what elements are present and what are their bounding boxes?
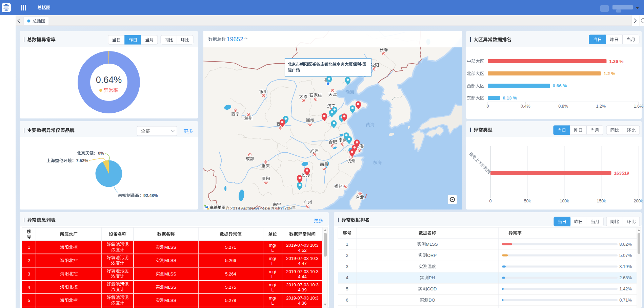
svg-text:mg/: mg/ [269, 282, 276, 287]
svg-text:4:44: 4:44 [298, 274, 306, 279]
svg-text:5.278: 5.278 [225, 298, 236, 303]
svg-text:1.2 %: 1.2 % [604, 71, 616, 76]
svg-text:3: 3 [28, 271, 30, 277]
svg-text:0: 0 [487, 104, 489, 109]
svg-text:2019-07-03 10:3: 2019-07-03 10:3 [286, 269, 318, 274]
svg-text:5: 5 [346, 286, 348, 291]
svg-text:2019-07-03 10:3: 2019-07-03 10:3 [286, 295, 318, 301]
svg-text:mg/: mg/ [269, 295, 276, 301]
svg-text:5.275: 5.275 [225, 285, 236, 290]
svg-text:2019-07-03 10:3: 2019-07-03 10:3 [286, 243, 318, 248]
svg-text:1: 1 [28, 245, 30, 250]
svg-text:MLSS: MLSS [164, 258, 177, 263]
svg-text:5.266: 5.266 [225, 258, 236, 263]
svg-text:0%: 0% [98, 151, 104, 156]
svg-text:PH: PH [429, 275, 435, 280]
svg-text:150k: 150k [597, 199, 606, 203]
svg-text:0.64%: 0.64% [96, 75, 122, 85]
svg-text:163519: 163519 [614, 171, 629, 176]
svg-text:4:39: 4:39 [298, 287, 306, 292]
svg-text:50k: 50k [524, 199, 531, 203]
svg-text:4:36: 4:36 [298, 301, 306, 306]
svg-text:5.264: 5.264 [225, 271, 236, 277]
svg-text:MLSS: MLSS [164, 271, 177, 277]
svg-text:8.62%: 8.62% [619, 242, 632, 247]
svg-text:100k: 100k [560, 199, 569, 203]
svg-text:mg/: mg/ [269, 243, 276, 248]
svg-text:4: 4 [28, 285, 30, 290]
svg-text:L: L [271, 287, 274, 292]
svg-text:mg/: mg/ [269, 256, 276, 261]
svg-text:19652: 19652 [227, 36, 243, 43]
svg-text:L: L [271, 301, 274, 306]
svg-text:MLSS: MLSS [164, 298, 177, 303]
svg-text:MLSS: MLSS [164, 245, 177, 250]
svg-text:6: 6 [346, 298, 348, 303]
svg-text:·: · [361, 62, 362, 67]
svg-text:1.42%: 1.42% [619, 286, 632, 291]
svg-text:COD: COD [427, 286, 437, 291]
svg-text:2: 2 [346, 253, 348, 258]
svg-text:1.2%: 1.2% [596, 104, 606, 109]
svg-text:2: 2 [28, 258, 30, 263]
svg-text:7.52%: 7.52% [76, 158, 88, 163]
svg-text:4:52: 4:52 [298, 248, 306, 253]
svg-text:0.4%: 0.4% [521, 104, 530, 109]
svg-text:4:47: 4:47 [298, 261, 306, 266]
svg-text:MLSS: MLSS [426, 242, 438, 247]
svg-text:0: 0 [489, 199, 492, 203]
svg-text:DO: DO [428, 298, 435, 303]
svg-text:0.13 %: 0.13 % [503, 95, 517, 101]
svg-text:2019-07-03 10:3: 2019-07-03 10:3 [286, 256, 318, 261]
svg-text:3: 3 [346, 264, 348, 269]
svg-text:1.26 %: 1.26 % [609, 59, 623, 64]
svg-text:0.66 %: 0.66 % [553, 83, 567, 88]
svg-text:200k: 200k [633, 199, 643, 203]
svg-text:2019-07-03 10:3: 2019-07-03 10:3 [286, 282, 318, 287]
svg-text:2.68%: 2.68% [619, 275, 632, 280]
svg-text:5: 5 [28, 298, 30, 303]
svg-text:3.19%: 3.19% [619, 264, 632, 269]
svg-text:L: L [271, 274, 274, 279]
svg-text:L: L [271, 248, 274, 253]
svg-text:92.48%: 92.48% [143, 193, 158, 198]
svg-text:4: 4 [346, 275, 348, 280]
svg-text:0.8%: 0.8% [558, 104, 568, 109]
svg-text:1: 1 [346, 242, 348, 247]
svg-text:1.6%: 1.6% [634, 104, 644, 109]
svg-text:0.71%: 0.71% [619, 298, 632, 303]
svg-text:mg/: mg/ [269, 269, 276, 274]
svg-text:5.271: 5.271 [225, 245, 236, 250]
svg-text:ORP: ORP [427, 253, 437, 258]
svg-text:MLSS: MLSS [164, 285, 177, 290]
svg-text:5.07%: 5.07% [619, 253, 632, 258]
svg-text:L: L [271, 261, 274, 266]
